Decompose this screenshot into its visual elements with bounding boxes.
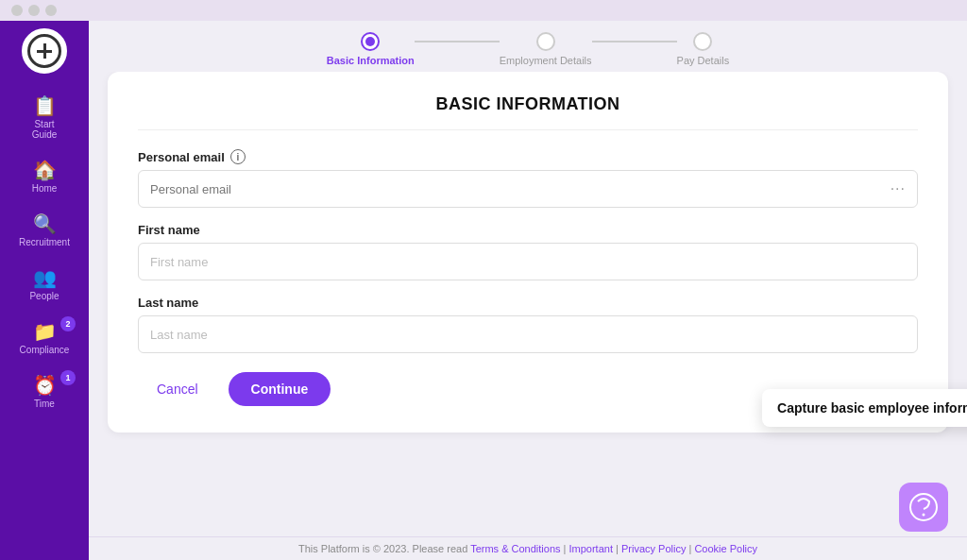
sidebar-item-label: People	[29, 291, 59, 301]
step-circle-employment	[536, 32, 555, 51]
time-icon: ⏰	[33, 374, 57, 397]
home-icon: 🏠	[33, 159, 57, 181]
chrome-maximize[interactable]	[45, 5, 57, 16]
svg-point-1	[923, 514, 925, 517]
time-badge: 1	[60, 370, 76, 385]
tooltip-text: Capture basic employee information	[777, 400, 967, 416]
sidebar-item-compliance[interactable]: 2 📁 Compliance	[0, 311, 89, 365]
step-label-pay: Pay Details	[677, 55, 730, 66]
window-chrome	[0, 0, 967, 21]
first-name-input[interactable]	[150, 255, 906, 269]
step-basic-info: Basic Information	[327, 32, 415, 66]
chrome-close[interactable]	[11, 5, 23, 16]
logo-icon	[27, 34, 61, 68]
help-icon	[908, 492, 939, 522]
sidebar-item-recruitment[interactable]: 🔍 Recruitment	[0, 203, 89, 257]
stepper: Basic Information Employment Details Pay…	[89, 21, 967, 72]
sidebar-item-label: StartGuide	[32, 119, 58, 140]
sidebar-item-people[interactable]: 👥 People	[0, 257, 89, 311]
people-icon: 👥	[33, 266, 57, 289]
sidebar-item-label: Time	[34, 399, 55, 409]
step-pay: Pay Details	[677, 32, 730, 66]
cancel-button[interactable]: Cancel	[138, 372, 217, 406]
main-content: Basic Information Employment Details Pay…	[89, 21, 967, 560]
last-name-input-wrapper[interactable]	[138, 315, 918, 353]
last-name-input[interactable]	[150, 328, 906, 342]
step-employment: Employment Details	[500, 32, 592, 66]
step-connector-2	[592, 41, 677, 42]
tooltip-box: Capture basic employee information	[762, 389, 967, 427]
sidebar-item-label: Home	[32, 183, 58, 194]
start-guide-icon: 📋	[33, 94, 57, 117]
continue-button[interactable]: Continue	[229, 372, 331, 406]
footer-copyright: © 2023. Please read	[373, 543, 470, 554]
tooltip-container: Capture basic employee information	[762, 378, 967, 427]
sidebar-item-home[interactable]: 🏠 Home	[0, 149, 89, 203]
sidebar-item-time[interactable]: 1 ⏰ Time	[0, 365, 89, 418]
step-circle-pay	[693, 32, 712, 51]
tooltip-arrow	[896, 378, 915, 389]
footer-terms-link[interactable]: Terms & Conditions	[470, 543, 560, 554]
personal-email-info-icon[interactable]: i	[230, 149, 246, 164]
sidebar-item-label: Recruitment	[19, 237, 70, 247]
first-name-input-wrapper[interactable]	[138, 243, 918, 280]
footer-cookie-link[interactable]: Cookie Policy	[694, 543, 757, 554]
step-circle-basic-info	[361, 32, 380, 51]
sidebar-item-start-guide[interactable]: 📋 StartGuide	[0, 85, 89, 149]
sidebar-item-label: Compliance	[20, 345, 70, 355]
sidebar-logo[interactable]	[22, 28, 67, 74]
form-wrapper: BASIC INFORMATION Personal email i ··· F…	[89, 72, 967, 536]
recruitment-icon: 🔍	[33, 212, 57, 235]
footer-important-link[interactable]: Important	[568, 543, 612, 554]
footer-prefix: This Platform is	[298, 543, 373, 554]
last-name-label: Last name	[138, 296, 918, 310]
compliance-badge: 2	[60, 316, 76, 331]
step-label-employment: Employment Details	[500, 55, 592, 66]
step-connector-1	[415, 41, 500, 42]
help-button[interactable]	[899, 483, 948, 532]
email-extra-icon: ···	[891, 180, 906, 197]
personal-email-field: Personal email i ···	[138, 149, 918, 208]
form-title: BASIC INFORMATION	[138, 94, 918, 130]
chrome-minimize[interactable]	[28, 5, 40, 16]
personal-email-input[interactable]	[150, 182, 891, 196]
first-name-field: First name	[138, 223, 918, 280]
personal-email-input-wrapper[interactable]: ···	[138, 170, 918, 208]
last-name-field: Last name	[138, 296, 918, 353]
first-name-label: First name	[138, 223, 918, 237]
step-label-basic-info: Basic Information	[327, 55, 415, 66]
footer-privacy-link[interactable]: Privacy Policy	[621, 543, 686, 554]
personal-email-label: Personal email i	[138, 149, 918, 164]
compliance-icon: 📁	[33, 320, 57, 343]
app-container: 📋 StartGuide 🏠 Home 🔍 Recruitment 👥 Peop…	[0, 21, 967, 560]
footer: This Platform is © 2023. Please read Ter…	[89, 536, 967, 560]
sidebar: 📋 StartGuide 🏠 Home 🔍 Recruitment 👥 Peop…	[0, 21, 89, 560]
